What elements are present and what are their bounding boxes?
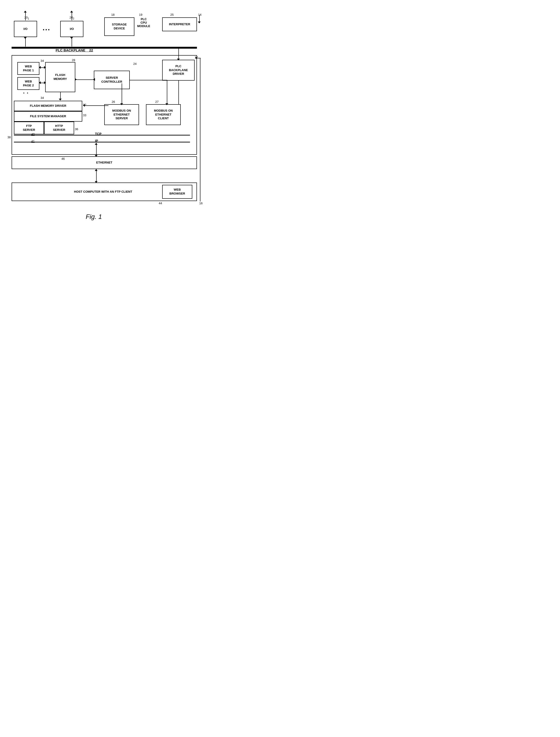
interpreter-box: INTERPRETER [162,17,197,31]
web-page1-box: WEBPAGE 1 [17,62,39,75]
ethernet-box: ETHERNET [12,156,197,169]
ref-34a: 34 [41,59,44,63]
tcp-bar-line [14,135,190,136]
flash-memory-driver-box: FLASH MEMORY DRIVER [14,101,82,111]
ref-38: 38 [7,136,11,139]
io1-label: I/O [23,27,27,31]
web-page2-box: WEBPAGE 2 [17,77,39,90]
ftp-server-label: FTPSERVER [23,124,35,132]
ref-34b: 34 [41,96,44,100]
ref-14: 14 [198,13,201,16]
ref-46: 46 [61,157,65,161]
http-server-box: HTTPSERVER [44,122,74,134]
ref-28: 28 [72,58,75,62]
plc-cpu-label: PLCCPUMODULE [137,17,150,28]
http-server-label: HTTPSERVER [53,124,65,132]
ref-24: 24 [133,62,136,66]
ftp-server-box: FTPSERVER [14,122,44,134]
flash-memory-box: FLASHMEMORY [45,62,75,92]
ref-26: 26 [112,100,115,104]
ip-label: IP [95,139,98,143]
web-browser-label: WEBBROWSER [169,188,185,196]
ref-44: 44 [159,202,162,205]
plc-backplane-driver-box: PLCBACKPLANEDRIVER [162,60,195,81]
io2-box: I/O [60,21,83,37]
file-system-manager-label: FILE SYSTEM MANAGER [30,114,66,118]
host-computer-label: HOST COMPUTER WITH AN FTP CLIENT [74,190,132,194]
ref-16: 16 [199,202,202,205]
modbus-client-label: MODBUS ONETHERNETCLIENT [154,109,173,121]
web-browser-box: WEBBROWSER [162,185,192,199]
ref-25: 25 [170,13,174,16]
ip-bar-line [14,142,190,143]
io1-box: I/O [14,21,37,37]
plc-backplane-bar [12,47,197,49]
server-controller-box: SERVERCONTROLLER [94,71,130,89]
modbus-client-box: MODBUS ONETHERNETCLIENT [146,104,181,125]
storage-device-label: STORAGEDEVICE [112,23,127,31]
ref-19: 19 [139,13,142,16]
storage-device-box: STORAGEDEVICE [104,17,134,36]
ref-27: 27 [155,100,158,104]
file-system-manager-box: FILE SYSTEM MANAGER [14,111,82,122]
tcp-label: TCP [95,132,101,136]
plc-backplane-driver-label: PLCBACKPLANEDRIVER [169,64,188,76]
ethernet-label: ETHERNET [96,161,112,165]
flash-memory-label: FLASHMEMORY [54,73,67,81]
plc-backplane-label: PLC BACKPLANE 22 [56,48,93,52]
web-page1-label: WEBPAGE 1 [23,65,34,73]
interpreter-label: INTERPRETER [169,22,190,26]
ref-36: 36 [75,127,78,131]
figure-title: Fig. 1 [86,213,102,221]
server-controller-label: SERVERCONTROLLER [101,76,122,84]
modbus-server-box: MODBUS ONETHERNETSERVER [104,104,139,125]
dots-label: • • • [43,27,50,32]
ref-18: 18 [111,13,114,16]
web-page2-label: WEBPAGE 2 [23,80,34,88]
modbus-server-label: MODBUS ONETHERNETSERVER [112,109,131,121]
ref-33: 33 [83,114,86,117]
io2-label: I/O [70,27,74,31]
web-dots: •• [22,92,29,94]
flash-memory-driver-label: FLASH MEMORY DRIVER [30,104,66,108]
ref-41: 41 [31,139,35,143]
ref-40: 40 [31,133,35,136]
